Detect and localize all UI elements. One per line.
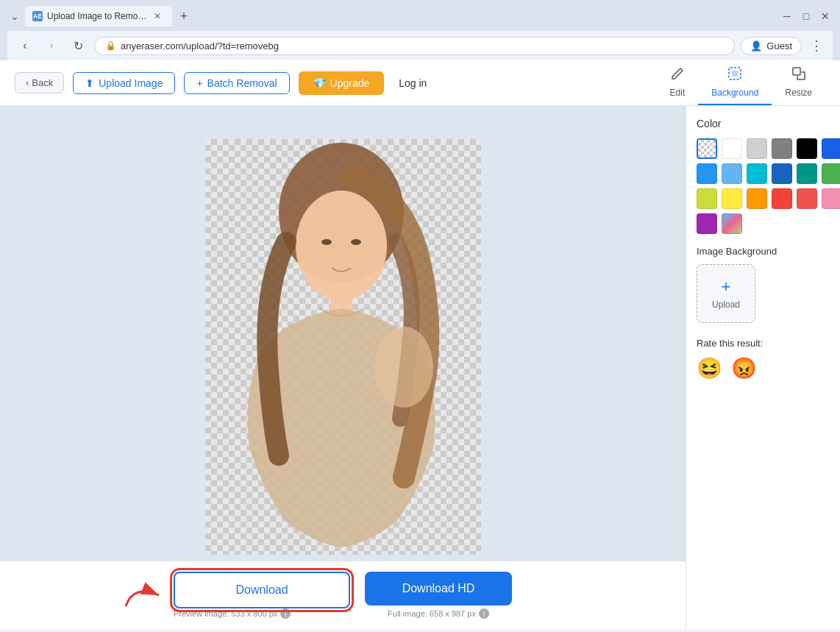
edit-icon — [670, 66, 685, 85]
tool-resize-label: Resize — [785, 88, 812, 98]
profile-label: Guest — [766, 40, 792, 52]
svg-rect-2 — [793, 68, 800, 75]
new-tab-button[interactable]: + — [175, 7, 193, 25]
upload-plus-icon: + — [722, 277, 731, 297]
rate-section: Rate this result: 😆 😡 — [697, 338, 830, 380]
download-full-info: Full image: 658 x 987 px i — [388, 608, 489, 619]
address-bar: ‹ › ↻ 🔒 anyeraser.com/upload/?td=removeb… — [7, 31, 833, 60]
image-canvas — [205, 139, 481, 555]
diamond-icon: 💎 — [313, 77, 326, 89]
svg-point-8 — [351, 239, 361, 245]
upgrade-label: Upgrade — [330, 77, 370, 89]
angry-emoji-button[interactable]: 😡 — [731, 356, 757, 380]
tab-title: Upload Image to Remove B — [47, 11, 147, 21]
color-swatch-lightgray[interactable] — [747, 138, 767, 159]
color-grid — [697, 138, 830, 234]
download-section-free: Download Preview image: 533 x 800 px i — [174, 572, 350, 619]
upload-bg-label: Upload — [712, 299, 740, 310]
tool-edit-button[interactable]: Edit — [657, 60, 699, 105]
back-chevron-icon: ‹ — [26, 77, 29, 88]
color-swatch-gradient[interactable] — [722, 213, 742, 234]
profile-button[interactable]: 👤 Guest — [741, 37, 802, 55]
resize-icon — [791, 66, 806, 85]
color-swatch-black[interactable] — [797, 138, 817, 159]
happy-emoji-button[interactable]: 😆 — [697, 356, 722, 380]
lock-icon: 🔒 — [105, 40, 116, 51]
forward-nav-button[interactable]: › — [41, 35, 62, 56]
info-icon-hd: i — [479, 608, 489, 619]
color-swatch-cyan[interactable] — [747, 163, 767, 184]
download-button[interactable]: Download — [174, 572, 350, 608]
active-tab[interactable]: AE Upload Image to Remove B ✕ — [25, 6, 172, 26]
canvas-area: ✋ 100% — [0, 106, 686, 629]
reload-button[interactable]: ↻ — [68, 35, 88, 56]
color-swatch-red[interactable] — [772, 188, 792, 209]
background-icon — [727, 66, 742, 85]
image-bg-title: Image Background — [697, 246, 830, 257]
svg-point-4 — [296, 191, 387, 301]
tool-background-label: Background — [711, 88, 758, 98]
color-swatch-yellow[interactable] — [722, 188, 742, 209]
color-swatch-blue[interactable] — [697, 163, 717, 184]
download-hd-button[interactable]: Download HD — [365, 572, 512, 606]
browser-menu-button[interactable]: ⋮ — [808, 37, 825, 54]
url-bar[interactable]: 🔒 anyeraser.com/upload/?td=removebg — [94, 37, 735, 55]
batch-removal-button[interactable]: + Batch Removal — [184, 72, 289, 94]
rate-title: Rate this result: — [697, 338, 830, 349]
window-controls: ─ □ ✕ — [780, 9, 833, 24]
color-swatch-gray[interactable] — [772, 138, 792, 159]
image-container — [205, 139, 481, 555]
svg-point-6 — [374, 327, 433, 408]
app-wrapper: ‹ Back ⬆ Upload Image + Batch Removal 💎 … — [0, 60, 840, 629]
close-button[interactable]: ✕ — [818, 9, 833, 24]
emoji-row: 😆 😡 — [697, 356, 830, 380]
tool-resize-button[interactable]: Resize — [772, 60, 825, 105]
color-swatch-purple[interactable] — [697, 213, 717, 234]
svg-point-7 — [321, 239, 332, 245]
plus-icon: + — [196, 77, 202, 89]
back-button[interactable]: ‹ Back — [15, 72, 64, 93]
maximize-button[interactable]: □ — [799, 9, 814, 24]
color-swatch-lightblue[interactable] — [722, 163, 742, 184]
header-tools: Edit Background Resize — [657, 60, 825, 105]
color-swatch-orange[interactable] — [747, 188, 767, 209]
tool-background-button[interactable]: Background — [698, 60, 772, 105]
right-panel: Color — [686, 106, 840, 629]
image-background-section: Image Background + Upload — [697, 246, 830, 323]
minimize-button[interactable]: ─ — [780, 9, 794, 24]
color-swatch-darkblue[interactable] — [822, 138, 840, 159]
download-bar: Download Preview image: 533 x 800 px i D… — [0, 561, 686, 629]
color-swatch-pink[interactable] — [822, 188, 840, 209]
color-swatch-green[interactable] — [822, 163, 840, 184]
upload-image-button[interactable]: ⬆ Upload Image — [73, 72, 175, 94]
upgrade-button[interactable]: 💎 Upgrade — [299, 71, 385, 95]
login-button[interactable]: Log in — [393, 73, 433, 93]
tab-list-button[interactable]: ⌄ — [7, 9, 22, 24]
color-section-title: Color — [697, 118, 830, 129]
tab-close-button[interactable]: ✕ — [152, 10, 163, 22]
color-swatch-teal[interactable] — [797, 163, 817, 184]
upload-icon: ⬆ — [85, 77, 94, 89]
tab-bar: ⌄ AE Upload Image to Remove B ✕ + — [7, 6, 193, 26]
download-hd-section: Download HD Full image: 658 x 987 px i — [365, 572, 512, 619]
color-swatch-lime[interactable] — [697, 188, 717, 209]
color-swatch-coral[interactable] — [797, 188, 817, 209]
color-swatch-white[interactable] — [722, 138, 742, 159]
tool-edit-label: Edit — [670, 88, 686, 98]
info-icon: i — [280, 608, 291, 619]
color-swatch-transparent[interactable] — [697, 138, 717, 159]
browser-chrome: ⌄ AE Upload Image to Remove B ✕ + ─ □ ✕ … — [0, 0, 840, 60]
download-preview-info: Preview image: 533 x 800 px i — [174, 608, 350, 619]
upload-label: Upload Image — [99, 77, 163, 89]
titlebar: ⌄ AE Upload Image to Remove B ✕ + ─ □ ✕ — [7, 6, 833, 26]
color-swatch-navy[interactable] — [772, 163, 792, 184]
back-label: Back — [32, 77, 53, 88]
app-header: ‹ Back ⬆ Upload Image + Batch Removal 💎 … — [0, 60, 840, 106]
svg-rect-1 — [732, 71, 738, 77]
profile-icon: 👤 — [750, 40, 762, 52]
back-nav-button[interactable]: ‹ — [15, 35, 35, 56]
batch-label: Batch Removal — [207, 77, 277, 89]
arrow-indicator — [122, 577, 166, 614]
tab-favicon: AE — [32, 11, 43, 21]
upload-bg-button[interactable]: + Upload — [697, 264, 755, 323]
